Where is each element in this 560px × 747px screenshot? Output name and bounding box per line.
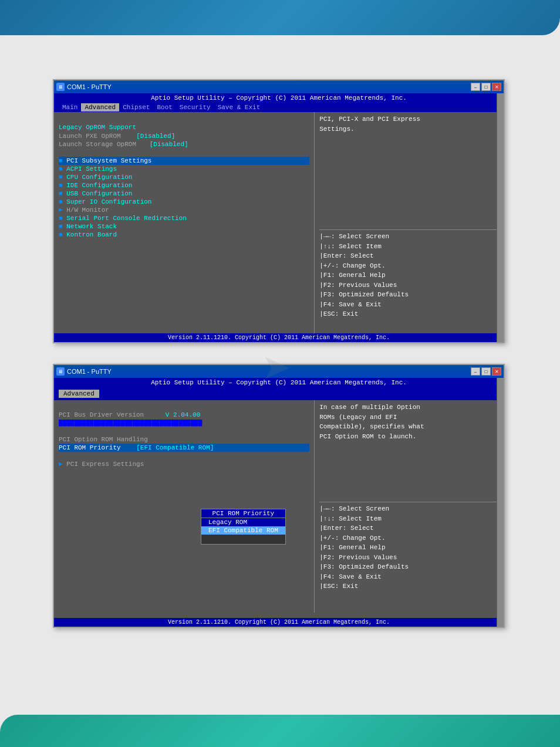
minimize-button-2[interactable]: – [471, 367, 480, 376]
separator-1 [319, 229, 499, 230]
bios-ide-config[interactable]: ■ IDE Configuration [59, 181, 309, 190]
help-text-1: PCI, PCI-X and PCI ExpressSettings. [319, 114, 499, 134]
maximize-button-1[interactable]: □ [481, 83, 491, 91]
footer-text-2: Version 2.11.1210. Copyright (C) 2011 Am… [168, 619, 390, 626]
cpu-config-label: CPU Configuration [66, 174, 132, 181]
footer-text-1: Version 2.11.1210. Copyright (C) 2011 Am… [168, 334, 390, 341]
dropdown-title: PCI ROM Priority [201, 509, 285, 518]
bios-header-1: Aptio Setup Utility – Copyright (C) 2011… [54, 93, 504, 103]
driver-value: V 2.04.00 [166, 411, 200, 418]
title-bar-title-2: 🖥 COM1 - PuTTY [56, 367, 112, 376]
bios-content-2: Aptio Setup Utility – Copyright (C) 2011… [54, 378, 504, 627]
bios-nav-1: Main Advanced Chipset Boot Security Save… [54, 103, 504, 112]
bios-blank-2 [59, 148, 309, 157]
bios-progress: █████████████████████████████████████ [59, 419, 309, 427]
bios-right-2: In case of multiple OptionROMs (Legacy a… [315, 400, 504, 613]
nav-main-1[interactable]: Main [59, 103, 81, 111]
help-text-2: In case of multiple OptionROMs (Legacy a… [319, 403, 499, 441]
nav-boot-1[interactable]: Boot [153, 103, 176, 111]
progress-bar: █████████████████████████████████████ [59, 420, 202, 427]
ide-config-label: IDE Configuration [66, 182, 132, 189]
title-bar-buttons-2: – □ ✕ [471, 367, 501, 376]
pci-subsystem-label: PCI Subsystem Settings [66, 157, 151, 164]
network-stack-label: Network Stack [66, 223, 117, 230]
bottom-banner [0, 715, 560, 747]
dropdown-option-efi[interactable]: EFI Compatible ROM [201, 526, 285, 535]
bios-serial-port[interactable]: ■ Serial Port Console Redirection [59, 214, 309, 222]
bios-blank-1 [59, 114, 309, 123]
scrollbar-1[interactable] [497, 93, 504, 342]
storage-label: Launch Storage OpROM [59, 141, 136, 148]
nav-save-exit-1[interactable]: Save & Exit [214, 103, 264, 111]
bios-main-1: Legacy OpROM Support Launch PXE OpROM [D… [54, 112, 504, 334]
acpi-label: ACPI Settings [66, 165, 117, 173]
bios-pci-rom-handling: PCI Option ROM Handling [59, 435, 309, 444]
advanced-tab-label: Advanced [59, 390, 99, 398]
putty-window-1: 🖥 COM1 - PuTTY – □ ✕ Aptio Setup Utility… [53, 79, 505, 343]
title-bar-title-1: 🖥 COM1 - PuTTY [56, 83, 112, 91]
bios-section-legacy: Legacy OpROM Support [59, 123, 309, 132]
bios-acpi[interactable]: ■ ACPI Settings [59, 165, 309, 173]
driver-label: PCI Bus Driver Version [59, 411, 144, 418]
dropdown-option-legacy[interactable]: Legacy ROM [201, 518, 285, 526]
pci-rom-priority-value: [EFI Compatible ROM] [136, 444, 214, 451]
bios-kontron-board[interactable]: ■ Kontron Board [59, 231, 309, 239]
putty-window-2: 🖥 COM1 - PuTTY – □ ✕ Aptio Setup Utility… [53, 364, 505, 628]
bios-blank-3 [59, 403, 309, 411]
window-title-1: COM1 - PuTTY [67, 83, 112, 90]
bios-pci-rom-priority[interactable]: PCI ROM Priority [EFI Compatible ROM] [59, 444, 309, 452]
pxe-label: Launch PXE OpROM [59, 133, 121, 140]
nav-chipset-1[interactable]: Chipset [119, 103, 153, 111]
bios-content-1: Aptio Setup Utility – Copyright (C) 2011… [54, 93, 504, 342]
pxe-value: [Disabled] [136, 133, 175, 140]
bios-left-1: Legacy OpROM Support Launch PXE OpROM [D… [54, 112, 315, 334]
bios-network-stack[interactable]: ■ Network Stack [59, 222, 309, 231]
pci-rom-priority-label: PCI ROM Priority [59, 444, 121, 451]
bios-cpu-config[interactable]: ■ CPU Configuration [59, 173, 309, 181]
bios-super-io[interactable]: ■ Super IO Configuration [59, 198, 309, 206]
bios-left-2: PCI Bus Driver Version V 2.04.00 ███████… [54, 400, 315, 613]
bios-storage-oprom[interactable]: Launch Storage OpROM [Disabled] [59, 140, 309, 148]
maximize-button-2[interactable]: □ [481, 367, 491, 376]
bios-blank-4 [59, 427, 309, 435]
key-help-1: |→←: Select Screen |↑↓: Select Item |Ent… [319, 232, 499, 319]
bios-hw-monitor[interactable]: ► H/W Monitor [59, 206, 309, 214]
title-bar-1: 🖥 COM1 - PuTTY – □ ✕ [54, 80, 504, 93]
bios-pci-subsystem[interactable]: ■ PCI Subsystem Settings [59, 157, 309, 165]
putty-icon-1: 🖥 [56, 83, 65, 91]
usb-config-label: USB Configuration [66, 190, 132, 197]
bios-header-text-1: Aptio Setup Utility – Copyright (C) 2011… [151, 94, 407, 102]
pci-express-label: PCI Express Settings [66, 461, 144, 468]
bios-footer-2: Version 2.11.1210. Copyright (C) 2011 Am… [54, 618, 504, 627]
nav-advanced-1[interactable]: Advanced [81, 103, 119, 111]
bios-right-1: PCI, PCI-X and PCI ExpressSettings. |→←:… [315, 112, 504, 334]
super-io-label: Super IO Configuration [66, 198, 151, 205]
scrollbar-2[interactable] [497, 378, 504, 627]
bios-pxe-oprom[interactable]: Launch PXE OpROM [Disabled] [59, 132, 309, 140]
bios-driver-version: PCI Bus Driver Version V 2.04.00 [59, 411, 309, 419]
putty-icon-2: 🖥 [56, 367, 65, 376]
bios-usb-config[interactable]: ■ USB Configuration [59, 190, 309, 198]
pci-rom-handling-label: PCI Option ROM Handling [59, 436, 148, 443]
close-button-1[interactable]: ✕ [492, 83, 501, 91]
bios-blank-5 [59, 452, 309, 460]
separator-2 [319, 502, 499, 502]
bios-footer-1: Version 2.11.1210. Copyright (C) 2011 Am… [54, 333, 504, 342]
kontron-board-label: Kontron Board [66, 231, 117, 238]
storage-value: [Disabled] [150, 141, 188, 148]
nav-security-1[interactable]: Security [176, 103, 214, 111]
close-button-2[interactable]: ✕ [492, 367, 501, 376]
key-help-2: |→←: Select Screen |↑↓: Select Item |Ent… [319, 504, 499, 591]
pci-rom-priority-dropdown: PCI ROM Priority Legacy ROM EFI Compatib… [201, 509, 286, 545]
bios-pci-express-settings[interactable]: ► PCI Express Settings [59, 460, 309, 468]
title-bar-buttons-1: – □ ✕ [471, 83, 501, 91]
window-title-2: COM1 - PuTTY [67, 368, 112, 375]
top-banner [0, 0, 560, 35]
bios-main-2: PCI Bus Driver Version V 2.04.00 ███████… [54, 400, 504, 613]
serial-port-label: Serial Port Console Redirection [66, 215, 187, 222]
minimize-button-1[interactable]: – [471, 83, 480, 91]
watermark: ➤ [252, 346, 299, 381]
hw-monitor-label: H/W Monitor [66, 207, 109, 214]
